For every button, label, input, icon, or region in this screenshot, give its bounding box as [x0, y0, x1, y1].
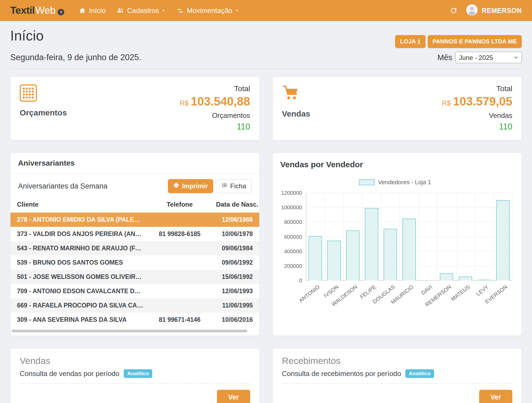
- cell-telefone: [150, 298, 210, 313]
- cell-cliente: 501 - JOSE WELISSON GOMES OLIVEIRA (E…: [11, 270, 150, 284]
- bar-douglas[interactable]: [384, 229, 397, 281]
- gridline: [306, 207, 512, 207]
- sales-currency: R$: [442, 99, 451, 107]
- navbar-right: REMERSON: [450, 4, 522, 17]
- gridline: [362, 193, 362, 281]
- gridline: [306, 193, 306, 281]
- y-tick-label: 400000: [284, 248, 302, 254]
- birthday-row[interactable]: 278 - ANTONIO EMIDIO DA SILVA (PALESTI…1…: [11, 213, 259, 227]
- x-tick-label: LEVY: [475, 284, 490, 297]
- store-buttons: LOJA 1 PANNOS E PANNOS LTDA ME: [395, 35, 522, 48]
- cell-telefone: 81 99828-6185: [150, 227, 210, 241]
- bar-mateus[interactable]: [459, 276, 472, 281]
- gridline: [343, 193, 344, 281]
- budgets-count-label: Orçamentos: [180, 111, 250, 120]
- cell-telefone: [150, 284, 210, 298]
- horizontal-scrollbar[interactable]: [12, 330, 257, 332]
- gridline: [456, 193, 456, 281]
- month-label: Mês: [437, 53, 452, 62]
- birthday-row[interactable]: 501 - JOSE WELISSON GOMES OLIVEIRA (E…15…: [11, 270, 259, 284]
- birthday-row[interactable]: 543 - RENATO MARINHO DE ARAUJO (FAZE…09/…: [11, 241, 259, 255]
- cell-cliente: 709 - ANTONIO EDSON CAVALCANTE DANTAS: [11, 284, 150, 298]
- cart-icon: [282, 84, 310, 103]
- gridline: [306, 193, 512, 193]
- cell-cliente: 539 - BRUNO DOS SANTOS GOMES: [11, 255, 150, 270]
- scrollbar-thumb[interactable]: [12, 330, 247, 332]
- cell-telefone: [150, 241, 210, 255]
- store-button[interactable]: LOJA 1: [395, 35, 425, 48]
- analitico-badge: Analítico: [405, 369, 434, 378]
- gridline: [381, 193, 381, 281]
- nav-item-movimentacao[interactable]: Movimentação: [177, 6, 239, 15]
- bar-waldeson[interactable]: [346, 230, 360, 281]
- birthday-table-body: 278 - ANTONIO EMIDIO DA SILVA (PALESTI…1…: [11, 213, 259, 327]
- bar-mauricio[interactable]: [402, 218, 416, 281]
- legend-label: Vendedores - Loja 1: [378, 179, 431, 186]
- birthdays-subtitle: Aniversariantes da Semana: [18, 182, 108, 190]
- legend-swatch: [359, 179, 375, 185]
- y-tick-label: 600000: [284, 234, 302, 240]
- column-header-cliente: Cliente: [11, 199, 150, 213]
- nav-links: Início Cadastros Movimentação: [79, 6, 239, 15]
- nav-item-inicio[interactable]: Início: [79, 6, 106, 15]
- gridline: [493, 193, 494, 281]
- receipts-ver-button[interactable]: Ver: [479, 390, 512, 403]
- caret-down-icon: [161, 8, 166, 13]
- budgets-amount: 103.540,88: [191, 95, 250, 108]
- birthday-row[interactable]: 373 - VALDIR DOS ANJOS PEREIRA (ANGELA)8…: [11, 227, 259, 241]
- analitico-badge: Analítico: [124, 369, 152, 378]
- nav-item-cadastros[interactable]: Cadastros: [116, 6, 166, 15]
- cell-telefone: [150, 213, 210, 227]
- budgets-card-title: Orçamentos: [20, 108, 67, 117]
- month-select[interactable]: June - 2025: [455, 52, 522, 63]
- cell-nascimento: 09/06/1984: [209, 241, 259, 255]
- bar-everson[interactable]: [496, 200, 510, 281]
- gridline: [512, 193, 513, 281]
- chart-x-labels: ANTONIOIVSONWALDESONFELIPEDOUGLASMAURICI…: [306, 281, 512, 307]
- exchange-icon: [177, 7, 184, 14]
- x-tick-label: ANTONIO: [298, 284, 321, 304]
- sales-report-subtitle: Consulta de vendas por período: [20, 370, 119, 378]
- birthdays-panel-title: Aniversariantes: [11, 153, 259, 174]
- brand-logo[interactable]: Textil Web ?: [10, 5, 64, 16]
- birthday-row[interactable]: 309 - ANA SEVERINA PAES DA SILVA81 99671…: [11, 313, 259, 327]
- bar-antonio[interactable]: [309, 236, 322, 281]
- cell-nascimento: 11/06/1995: [209, 298, 259, 313]
- budgets-currency: R$: [180, 99, 189, 107]
- birthday-row[interactable]: 539 - BRUNO DOS SANTOS GOMES09/06/1992: [11, 255, 259, 270]
- cell-cliente: 669 - RAFAELA PROCOPIO DA SILVA CARVA…: [11, 298, 150, 313]
- sales-ver-button[interactable]: Ver: [217, 390, 250, 403]
- chart-legend[interactable]: Vendedores - Loja 1: [278, 179, 512, 186]
- sales-count-label: Vendas: [442, 111, 512, 120]
- sales-card: Vendas Total R$103.579,05 Vendas 110: [272, 77, 522, 140]
- users-icon: [116, 7, 124, 14]
- x-tick-label: IVSON: [323, 284, 340, 299]
- y-tick-label: 1200000: [281, 190, 302, 196]
- help-icon[interactable]: ?: [58, 9, 64, 15]
- bar-remerson[interactable]: [440, 273, 453, 281]
- refresh-button[interactable]: [450, 6, 458, 15]
- current-date-label: Segunda-feira, 9 de junho de 2025.: [10, 53, 141, 62]
- sales-count: 110: [442, 122, 512, 132]
- cell-nascimento: 10/06/1978: [209, 227, 259, 241]
- cell-nascimento: 12/06/1966: [209, 213, 259, 227]
- bar-felipe[interactable]: [365, 208, 378, 281]
- navbar: Textil Web ? Início Cadastros: [0, 0, 532, 21]
- user-menu[interactable]: REMERSON: [466, 4, 522, 17]
- home-icon: [79, 7, 86, 14]
- sales-chart: Vendedores - Loja 1 02000004000006000008…: [273, 171, 521, 311]
- birthday-row[interactable]: 669 - RAFAELA PROCOPIO DA SILVA CARVA…11…: [11, 298, 259, 313]
- print-button-label: Imprimir: [182, 182, 208, 190]
- sales-amount: 103.579,05: [453, 95, 512, 108]
- column-header-nascimento: Data de Nasc.: [209, 199, 259, 213]
- company-button[interactable]: PANNOS E PANNOS LTDA ME: [428, 35, 522, 48]
- budgets-total-label: Total: [180, 84, 250, 93]
- print-button[interactable]: Imprimir: [168, 179, 213, 193]
- sales-report-title: Vendas: [20, 356, 250, 366]
- budgets-count: 110: [180, 122, 250, 132]
- bar-ivson[interactable]: [327, 241, 341, 281]
- birthdays-panel: Aniversariantes Aniversariantes da Seman…: [10, 153, 260, 336]
- calculator-icon: [20, 84, 37, 102]
- ficha-button[interactable]: Ficha: [216, 179, 252, 193]
- birthday-row[interactable]: 709 - ANTONIO EDSON CAVALCANTE DANTAS12/…: [11, 284, 259, 298]
